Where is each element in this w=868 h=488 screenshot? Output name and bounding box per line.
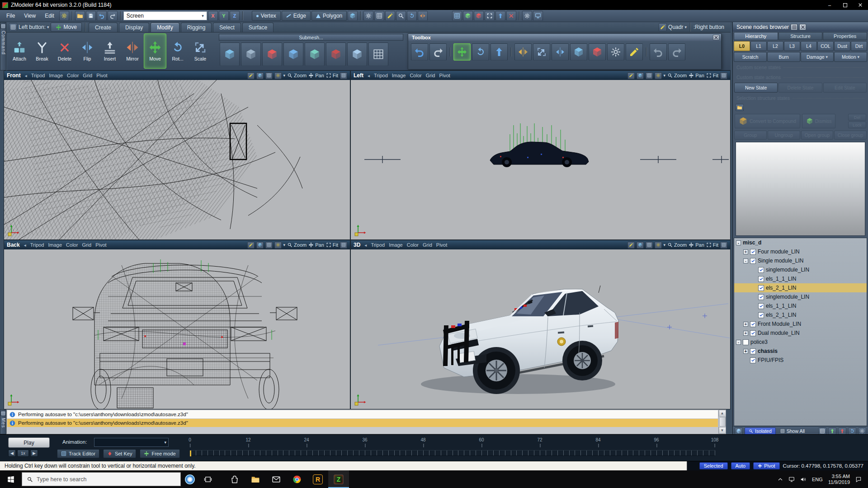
free-mode-button[interactable]: Free mode: [140, 449, 179, 458]
tool-scale[interactable]: Scale: [189, 33, 212, 69]
sphere-select-icon[interactable]: [348, 11, 358, 21]
taskbar-clock[interactable]: 3:55 AM 11/9/2019: [828, 474, 850, 485]
pin-panel-icon[interactable]: [791, 24, 797, 30]
node-checkbox[interactable]: [750, 330, 756, 336]
expand-all-icon[interactable]: [828, 427, 836, 435]
options-icon[interactable]: [858, 427, 866, 435]
start-button[interactable]: [0, 470, 22, 488]
tab-hierarchy[interactable]: Hierarchy: [734, 32, 778, 40]
axis-y-toggle[interactable]: Y: [219, 11, 229, 21]
tab-properties[interactable]: Properties: [823, 32, 867, 40]
toolbox-titlebar[interactable]: Toolbox: [408, 34, 721, 41]
node-checkbox[interactable]: [750, 348, 756, 354]
undo-icon[interactable]: [97, 11, 107, 21]
node-checkbox[interactable]: [750, 258, 756, 264]
maximize-viewport-icon[interactable]: [340, 72, 347, 79]
shading-icon[interactable]: [256, 242, 264, 249]
chevron-down-icon[interactable]: ▾: [283, 243, 286, 247]
toolbox-close-icon[interactable]: [713, 35, 719, 40]
left-button-tool[interactable]: Move: [51, 23, 82, 32]
scratch-button[interactable]: Scratch: [734, 52, 767, 62]
animation-dropdown[interactable]: ▾: [94, 438, 169, 447]
viewport-menu-tripod[interactable]: Tripod: [30, 242, 44, 248]
viewport-menu-pivot[interactable]: Pivot: [436, 242, 447, 248]
viewport-left-name[interactable]: Left: [354, 72, 363, 79]
expander-icon[interactable]: +: [743, 331, 748, 336]
tab-modify[interactable]: Modify: [151, 23, 179, 32]
expander-icon[interactable]: -: [743, 258, 748, 263]
refresh-icon[interactable]: [848, 427, 856, 435]
fit-control[interactable]: Fit: [326, 73, 338, 78]
submesh-unify-icon[interactable]: [347, 42, 367, 66]
snap-edge-icon[interactable]: [474, 11, 484, 21]
tree-node-misc-d[interactable]: -misc_d: [734, 238, 867, 247]
taskbar-app-rockstar[interactable]: R: [307, 470, 328, 488]
submesh-weld-icon[interactable]: [262, 42, 282, 66]
cortana-button[interactable]: [181, 470, 199, 488]
axis-z-toggle[interactable]: Z: [230, 11, 240, 21]
collapse-all-icon[interactable]: [838, 427, 846, 435]
snap-grid-icon[interactable]: [452, 11, 462, 21]
node-checkbox[interactable]: [758, 285, 764, 291]
pencil-tool-icon[interactable]: [385, 11, 395, 21]
viewport-menu-pivot[interactable]: Pivot: [95, 242, 106, 248]
taskbar-search[interactable]: [22, 472, 181, 486]
mirror-tool-icon[interactable]: [418, 11, 428, 21]
tab-structure[interactable]: Structure: [778, 32, 823, 40]
taskbar-app-zmodeler[interactable]: Z: [328, 470, 349, 488]
node-checkbox[interactable]: [758, 312, 764, 318]
toolbox-gear-icon[interactable]: [607, 43, 624, 61]
lock-icon[interactable]: [522, 11, 532, 21]
redo-icon[interactable]: [108, 11, 118, 21]
speed-down-icon[interactable]: ◀: [8, 450, 16, 457]
submesh-split-icon[interactable]: [283, 42, 303, 66]
toolbox-translate-icon[interactable]: [491, 43, 508, 61]
lod-l0-button[interactable]: L0: [734, 41, 750, 51]
pan-control[interactable]: Pan: [689, 242, 704, 248]
search-input[interactable]: [37, 476, 163, 483]
zoom-control[interactable]: Zoom: [287, 73, 307, 78]
viewport-menu-grid[interactable]: Grid: [423, 242, 432, 248]
auto-toggle[interactable]: Auto: [731, 462, 750, 469]
task-view-button[interactable]: [199, 470, 217, 488]
panel-toggle-icon[interactable]: [9, 23, 17, 31]
timeline-playhead[interactable]: [190, 450, 191, 456]
node-checkbox[interactable]: [750, 357, 756, 363]
viewport-menu-image[interactable]: Image: [48, 242, 62, 248]
screen-dropdown[interactable]: Screen ▾: [123, 11, 207, 20]
lighting-icon[interactable]: [655, 72, 662, 79]
tree-node-els-2-1[interactable]: els_2_1_LIN: [734, 310, 867, 319]
lod-col-button[interactable]: COL: [817, 41, 834, 51]
scene-browser-titlebar[interactable]: Scene nodes browser: [733, 22, 868, 32]
delete-tool-icon[interactable]: [506, 11, 516, 21]
quadr-label[interactable]: Quadr: [668, 24, 683, 30]
close-panel-icon[interactable]: [799, 24, 806, 30]
tree-node-front-module[interactable]: +Front Module_LIN: [734, 319, 867, 328]
lod-l2-button[interactable]: L2: [767, 41, 783, 51]
submesh-detach-icon[interactable]: [220, 42, 240, 66]
tab-rigging[interactable]: Rigging: [181, 23, 212, 32]
submesh-grid-icon[interactable]: [368, 42, 388, 66]
close-button[interactable]: [853, 0, 868, 10]
log-row[interactable]: Performing autosave to "c:\users\anthony…: [7, 410, 718, 418]
expander-icon[interactable]: -: [736, 240, 741, 245]
pan-control[interactable]: Pan: [308, 73, 324, 78]
node-checkbox[interactable]: [750, 249, 756, 255]
selected-toggle[interactable]: Selected: [699, 462, 728, 469]
lod-dirt-button[interactable]: Dirt: [851, 41, 867, 51]
language-indicator[interactable]: ENG: [812, 477, 823, 482]
fit-view-icon[interactable]: [485, 11, 495, 21]
tab-select[interactable]: Select: [213, 23, 241, 32]
scroll-down-icon[interactable]: ▼: [719, 427, 726, 434]
toolbox-move-icon[interactable]: [453, 43, 471, 61]
save-file-icon[interactable]: [86, 11, 96, 21]
pan-control[interactable]: Pan: [689, 73, 704, 78]
tab-surface[interactable]: Surface: [242, 23, 274, 32]
pencil-icon[interactable]: [247, 242, 255, 249]
viewport-front-name[interactable]: Front: [7, 72, 21, 79]
tree-node-singlemodule[interactable]: singlemodule_LIN: [734, 265, 867, 274]
viewport-collapse-icon[interactable]: ◂: [364, 243, 367, 248]
tab-create[interactable]: Create: [89, 23, 118, 32]
tool-move[interactable]: Move: [144, 33, 166, 69]
lod-l4-button[interactable]: L4: [801, 41, 817, 51]
